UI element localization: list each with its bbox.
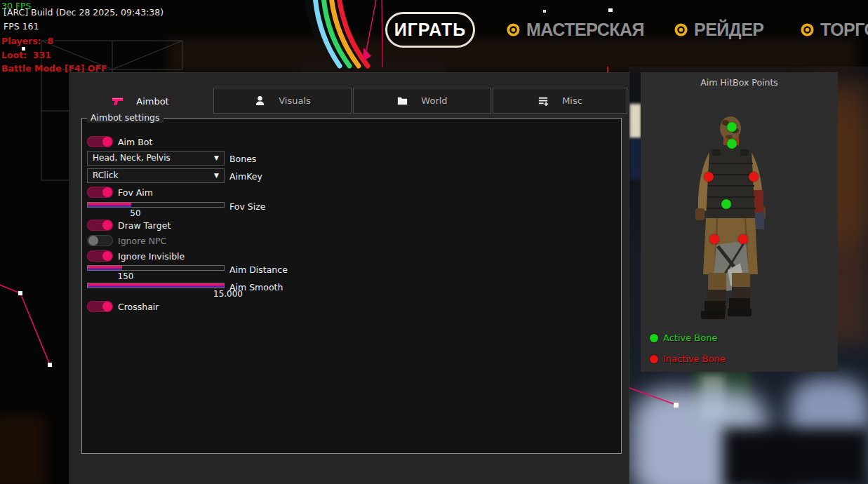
menu-item-raider[interactable]: РЕЙДЕР <box>674 20 763 39</box>
toggle-knob <box>102 251 112 261</box>
menu-item-workshop[interactable]: МАСТЕРСКАЯ <box>507 20 644 39</box>
ignore-invisible-toggle[interactable] <box>87 250 113 262</box>
draw-target-label: Draw Target <box>118 220 171 231</box>
tab-world[interactable]: World <box>353 88 491 114</box>
aim-distance-slider[interactable] <box>87 265 225 271</box>
menu-item-trade[interactable]: ТОРГО <box>801 20 868 39</box>
tab-label: Aimbot <box>136 96 168 107</box>
group-title: Aimbot settings <box>87 112 163 123</box>
player-model <box>686 113 775 321</box>
pistol-icon <box>112 95 123 107</box>
hitbox-panel-title: Aim HitBox Points <box>641 72 838 88</box>
ignore-invisible-label: Ignore Invisible <box>118 251 185 262</box>
legend-active-bone: Active Bone <box>650 332 717 343</box>
hitbox-panel: Aim HitBox Points <box>641 72 838 372</box>
chevron-down-icon: ▼ <box>214 169 219 182</box>
tab-label: World <box>421 95 447 106</box>
active-bone-dot <box>650 334 658 342</box>
tab-label: Misc <box>562 95 582 106</box>
toggle-knob <box>102 302 112 311</box>
tab-misc[interactable]: Misc <box>493 88 627 114</box>
sliders-icon <box>538 95 549 107</box>
legend-inactive-bone: Inactive Bone <box>650 354 726 364</box>
slider-fill <box>88 266 122 270</box>
toggle-knob <box>102 220 112 230</box>
fov-size-label: Fov Size <box>229 201 265 212</box>
coin-icon <box>801 23 814 36</box>
tab-visuals[interactable]: Visuals <box>213 88 352 114</box>
active-bone-label: Active Bone <box>663 332 717 343</box>
toggle-knob <box>88 236 98 246</box>
menu-item-label: РЕЙДЕР <box>694 20 763 40</box>
aim-smooth-label: Aim Smooth <box>229 282 283 293</box>
aimkey-label: AimKey <box>229 171 262 182</box>
aimkey-dropdown[interactable]: RClick ▼ <box>87 168 225 183</box>
fov-aim-label: Fov Aim <box>118 187 153 198</box>
menu-item-label: ТОРГО <box>820 20 868 40</box>
crosshair-label: Crosshair <box>118 302 159 312</box>
fov-size-slider[interactable] <box>87 202 225 208</box>
bones-dropdown-value: Head, Neck, Pelvis <box>93 153 171 163</box>
slider-fill <box>88 283 224 288</box>
fov-aim-toggle[interactable] <box>87 187 113 198</box>
aim-distance-value: 150 <box>118 271 134 281</box>
screen: 30 FPS [ARC] Build (Dec 28 2025, 09:43:3… <box>0 0 868 484</box>
toggle-knob <box>102 137 112 147</box>
bones-label: Bones <box>229 154 256 164</box>
cheat-panel: Aimbot Visuals World Misc <box>70 73 629 484</box>
crosshair-toggle[interactable] <box>87 301 113 312</box>
aim-bot-toggle[interactable] <box>87 136 113 147</box>
ignore-npc-label: Ignore NPC <box>118 236 166 246</box>
tab-aimbot[interactable]: Aimbot <box>84 87 196 115</box>
aimbot-settings-group: Aimbot settings Aim Bot Head, Neck, Pelv… <box>81 118 622 454</box>
folder-icon <box>396 95 408 107</box>
person-icon <box>254 95 266 107</box>
toggle-knob <box>102 187 112 197</box>
coin-icon <box>674 23 688 36</box>
aim-smooth-slider[interactable] <box>87 283 225 288</box>
slider-fill <box>88 203 131 207</box>
aimkey-dropdown-value: RClick <box>93 170 118 180</box>
inactive-bone-dot <box>650 355 658 363</box>
inactive-bone-label: Inactive Bone <box>663 354 726 364</box>
aim-bot-label: Aim Bot <box>118 137 152 147</box>
ignore-npc-toggle[interactable] <box>87 235 113 246</box>
draw-target-toggle[interactable] <box>87 220 113 231</box>
play-button[interactable]: ИГРАТЬ <box>385 12 475 48</box>
bones-dropdown[interactable]: Head, Neck, Pelvis ▼ <box>87 151 225 166</box>
tab-label: Visuals <box>279 95 311 106</box>
aim-distance-label: Aim Distance <box>229 264 288 275</box>
fov-size-value: 50 <box>130 208 140 218</box>
menu-item-label: МАСТЕРСКАЯ <box>526 20 644 40</box>
coin-icon <box>507 23 520 36</box>
chevron-down-icon: ▼ <box>214 152 219 165</box>
